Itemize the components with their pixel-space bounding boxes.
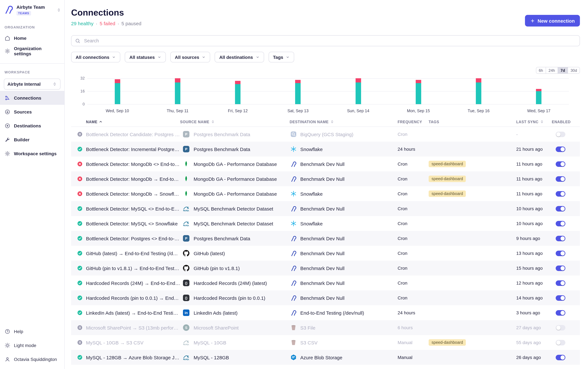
enabled-toggle[interactable]	[556, 176, 565, 182]
table-row[interactable]: Bottleneck Detector: MongoDb → Snowflake…	[71, 186, 580, 201]
chart-bar	[416, 80, 421, 104]
destination-name: Benchmark Dev Null	[300, 161, 344, 167]
search-icon	[75, 38, 80, 43]
column-header-enabled[interactable]: ENABLED	[552, 120, 580, 124]
table-row[interactable]: Bottleneck Detector: MySQL <> SnowflakeM…	[71, 216, 580, 231]
connection-name: Bottleneck Detector: MySQL <> End-to-End…	[86, 206, 180, 211]
enabled-toggle[interactable]	[556, 221, 565, 226]
toggle-knob	[560, 206, 565, 211]
column-header-source-name[interactable]: SOURCE NAME	[180, 120, 290, 124]
workspace-selector[interactable]: Airbyte Internal	[4, 79, 60, 90]
table-row[interactable]: Hardcoded Records (24M) → End-to-End Te.…	[71, 276, 580, 290]
tag-pill: speed-dashboard	[429, 161, 466, 167]
sidebar-item-destinations[interactable]: Destinations	[0, 119, 64, 133]
sidebar-item-user[interactable]: Octavia Squiddington	[0, 352, 64, 366]
sidebar-item-label: Home	[14, 36, 27, 41]
connection-name: GitHub (latest) → End-to-End Testing (/d…	[86, 250, 180, 256]
toggle-knob	[560, 355, 565, 359]
sidebar-item-sources[interactable]: Sources	[0, 105, 64, 119]
enabled-toggle[interactable]	[556, 132, 565, 137]
filter-all-destinations[interactable]: All destinations	[215, 52, 264, 62]
enabled-toggle[interactable]	[556, 250, 565, 256]
enabled-toggle[interactable]	[556, 146, 565, 152]
table-row[interactable]: Bottleneck Detector: MySQL <> End-to-End…	[71, 201, 580, 216]
column-header-name[interactable]: NAME	[71, 120, 180, 124]
enabled-toggle[interactable]	[556, 355, 565, 360]
enabled-toggle[interactable]	[556, 265, 565, 271]
sidebar-item-workspace-settings[interactable]: Workspace settings	[0, 146, 64, 160]
github-icon	[183, 265, 189, 271]
new-connection-button[interactable]: New connection	[525, 15, 580, 27]
enabled-toggle[interactable]	[556, 280, 565, 286]
status-summary: 29 healthy · 5 failed · 5 paused	[71, 21, 580, 26]
search-box	[71, 35, 580, 46]
search-input[interactable]	[83, 38, 576, 44]
sidebar-item-light-mode[interactable]: Light mode	[0, 338, 64, 352]
table-row[interactable]: GitHub (pin to v1.8.1) → End-to-End Test…	[71, 261, 580, 276]
status-healthy-icon	[77, 310, 82, 315]
snowflake-icon	[290, 146, 297, 152]
x-axis-label: Sun, Sep 14	[328, 109, 389, 113]
enabled-toggle[interactable]	[556, 310, 565, 316]
filter-all-statuses[interactable]: All statuses	[125, 52, 166, 62]
destination-name: Snowflake	[300, 191, 323, 196]
table-row[interactable]: Hardcoded Records (pin to 0.0.1) → End-t…	[71, 290, 580, 305]
toggle-knob	[560, 251, 565, 255]
filter-tags[interactable]: Tags	[269, 52, 294, 62]
chevron-down-icon	[202, 55, 206, 59]
bar-failed-segment	[115, 79, 120, 83]
range-6h[interactable]: 6h	[536, 67, 546, 73]
bar-failed-segment	[476, 78, 481, 82]
column-header-frequency[interactable]: FREQUENCY	[398, 120, 429, 124]
enabled-toggle[interactable]	[556, 206, 565, 211]
failed-count: 5 failed	[100, 21, 115, 26]
connection-name: Bottleneck Detector: Incremental Postgre…	[86, 146, 180, 152]
destination-name: Benchmark Dev Null	[300, 280, 344, 286]
source-name: Postgres Benchmark Data	[194, 236, 250, 241]
range-24h[interactable]: 24h	[546, 67, 558, 73]
enabled-toggle[interactable]	[556, 191, 565, 196]
table-row[interactable]: Bottleneck Detector Candidate: Postgres …	[71, 127, 580, 142]
enabled-toggle[interactable]	[556, 340, 565, 345]
enabled-toggle[interactable]	[556, 236, 565, 241]
column-header-tags[interactable]: TAGS	[429, 120, 516, 124]
x-axis-label: Fri, Sep 12	[208, 109, 268, 113]
column-header-label: SOURCE NAME	[180, 120, 209, 124]
filter-all-sources[interactable]: All sources	[170, 52, 210, 62]
sidebar-item-help[interactable]: Help	[0, 324, 64, 338]
table-row[interactable]: MySQL - 128GB → Azure Blob Storage JSON …	[71, 350, 580, 365]
toggle-knob	[556, 340, 560, 345]
enabled-toggle[interactable]	[556, 295, 565, 301]
column-header-destination-name[interactable]: DESTINATION NAME	[290, 120, 398, 124]
airbyte-icon	[290, 309, 297, 316]
table-row[interactable]: Bottleneck Detector: MongoDb → End-to-En…	[71, 171, 580, 186]
sidebar-item-builder[interactable]: Builder	[0, 133, 64, 146]
filter-all-connections[interactable]: All connections	[71, 52, 120, 62]
enabled-toggle[interactable]	[556, 325, 565, 330]
chart-bar	[536, 89, 542, 104]
sidebar-item-connections[interactable]: Connections	[0, 91, 64, 105]
range-30d[interactable]: 30d	[568, 67, 580, 73]
table-row[interactable]: Bottleneck Detector: MongoDb <> End-to-E…	[71, 156, 580, 171]
team-switcher[interactable]: Airbyte Team TEAMS	[0, 0, 64, 19]
connection-name: Bottleneck Detector Candidate: Postgres …	[86, 132, 180, 137]
table-row[interactable]: GitHub (latest) → End-to-End Testing (/d…	[71, 246, 580, 261]
sidebar-item-organization-settings[interactable]: Organization settings	[0, 45, 64, 58]
bar-failed-segment	[295, 80, 301, 83]
organization-section-label: ORGANIZATION	[0, 19, 64, 32]
table-row[interactable]: LinkedIn Ads (latest) → End-to-End Testi…	[71, 305, 580, 320]
column-header-last-sync[interactable]: LAST SYNC	[516, 120, 552, 124]
enabled-toggle[interactable]	[556, 161, 565, 167]
last-sync-cell: 55 days ago	[516, 340, 552, 345]
sidebar-item-home[interactable]: Home	[0, 32, 64, 45]
table-row[interactable]: Bottleneck Detector: Postgres <> End-to-…	[71, 231, 580, 246]
table-row[interactable]: MySQL - 10GB → S3 CSVMySQLMySQL - 10GBS3…	[71, 335, 580, 350]
mysql-icon: MySQL	[183, 339, 189, 346]
range-7d[interactable]: 7d	[558, 67, 568, 73]
status-failed-icon	[77, 161, 82, 166]
source-name: Hardcoded Records (pin to 0.0.1)	[194, 295, 265, 301]
table-row[interactable]: Microsoft SharePoint → S3 (13mb performa…	[71, 320, 580, 335]
source-name: MySQL Benchmark Detector Dataset	[194, 206, 273, 211]
table-row[interactable]: Bottleneck Detector: Incremental Postgre…	[71, 142, 580, 156]
bigquery-icon	[290, 131, 297, 137]
